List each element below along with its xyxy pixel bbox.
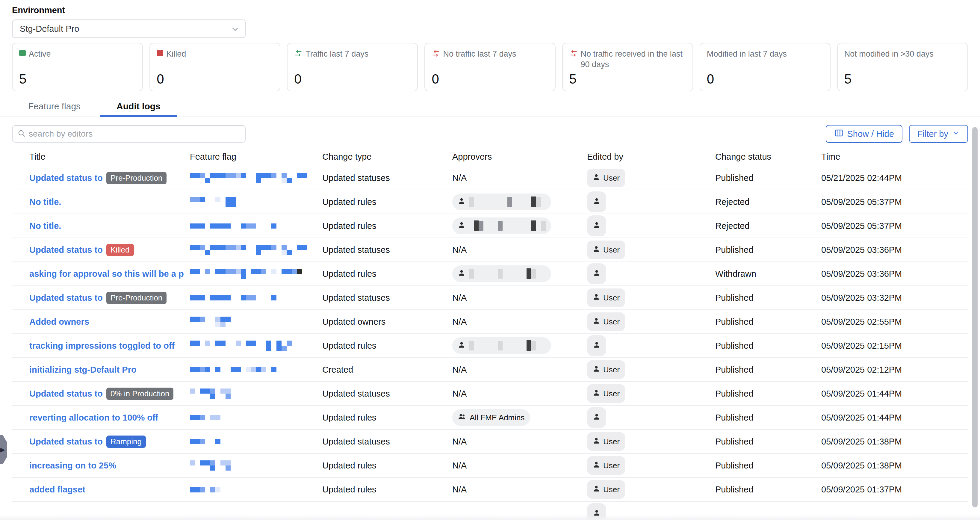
redaction-row <box>190 202 236 207</box>
audit-title-link[interactable]: No title. <box>29 221 61 231</box>
table-row: Updated status toPre-ProductionUpdated s… <box>12 166 968 190</box>
time-cell: 05/09/2025 01:38PM <box>821 461 956 471</box>
redaction-pixel <box>236 274 241 279</box>
redaction-pixel <box>266 178 271 183</box>
redaction-pixel <box>195 322 200 327</box>
search-input[interactable] <box>29 129 240 139</box>
redaction-block <box>484 221 488 231</box>
search-box[interactable] <box>12 125 246 143</box>
column-header: Change status <box>715 152 821 162</box>
redaction-pixel <box>200 316 205 322</box>
redaction-pixel <box>215 316 220 322</box>
redaction-block <box>522 221 527 231</box>
environment-select[interactable]: Stg-Default Pro <box>12 19 246 38</box>
square-icon <box>157 50 163 56</box>
audit-title-link[interactable]: initializing stg-Default Pro <box>29 365 137 375</box>
tab-feature-flags[interactable]: Feature flags <box>12 97 97 117</box>
status-badge: 0% in Production <box>106 388 174 400</box>
stat-cards: Active5Killed0Traffic last 7 days0No tra… <box>12 43 968 91</box>
table-body: Updated status toPre-ProductionUpdated s… <box>12 166 968 520</box>
feature-flag-redacted <box>190 415 220 420</box>
redaction-pixel <box>190 250 195 255</box>
redaction-pixel <box>261 178 266 183</box>
redaction-pixel <box>215 466 220 471</box>
redaction-row <box>190 388 231 394</box>
redaction-pixel <box>226 178 231 183</box>
redaction-pixel <box>241 274 246 279</box>
redaction-pixel <box>231 245 236 250</box>
audit-title-link[interactable]: Updated status to <box>29 437 103 447</box>
vertical-scrollbar[interactable] <box>972 127 978 507</box>
tab-audit-logs[interactable]: Audit logs <box>100 97 177 117</box>
audit-title-link[interactable]: Updated status to <box>29 389 103 399</box>
audit-title-link[interactable]: Updated status to <box>29 173 103 183</box>
edited-by-cell <box>587 191 715 212</box>
redaction-pixel <box>190 202 195 207</box>
audit-title-link[interactable]: increasing on to 25% <box>29 461 116 471</box>
redaction-block <box>484 197 488 207</box>
redaction-pixel <box>210 439 215 444</box>
table-row: Updated status toRampingUpdated statuses… <box>12 430 968 454</box>
redaction-pixel <box>256 340 261 346</box>
redaction-pixel <box>261 367 266 372</box>
redaction-pixel <box>241 223 246 229</box>
redaction-pixel <box>256 295 261 301</box>
redaction-pixel <box>251 250 256 255</box>
redaction-pixel <box>286 346 292 351</box>
redaction-pixel <box>190 367 195 372</box>
redaction-pixel <box>226 202 231 207</box>
user-icon <box>458 221 465 231</box>
redaction-pixel <box>220 197 226 202</box>
redaction-pixel <box>226 460 231 466</box>
stat-card-header: Killed <box>157 49 273 59</box>
audit-title-link[interactable]: Updated status to <box>29 293 103 303</box>
redaction-pixel <box>205 295 210 301</box>
column-header: Edited by <box>587 152 715 162</box>
show-hide-button[interactable]: Show / Hide <box>826 125 902 143</box>
editor-pill: User <box>587 312 625 331</box>
redaction-pixel <box>277 173 282 178</box>
audit-title-link[interactable]: tracking impressions toggled to off <box>29 341 175 351</box>
redaction-pixel <box>297 173 302 178</box>
change-type-cell: Updated statuses <box>322 245 452 255</box>
change-type-cell: Updated statuses <box>322 437 452 447</box>
redaction-row <box>190 322 231 327</box>
redaction-block <box>531 221 536 231</box>
audit-title-link[interactable]: Updated status to <box>29 245 103 255</box>
audit-title-link[interactable]: Added owners <box>29 317 89 327</box>
redaction-pixel <box>220 173 226 178</box>
redaction-pixel <box>200 394 205 399</box>
redaction-block <box>512 197 517 207</box>
title-cell: Updated status toPre-Production <box>29 292 190 304</box>
user-icon <box>458 269 465 279</box>
redaction-pixel <box>246 250 251 255</box>
redaction-pixel <box>241 269 246 274</box>
redaction-block <box>488 197 493 207</box>
redaction-pixel <box>251 340 256 346</box>
redaction-pixel <box>190 269 195 274</box>
redaction-pixel <box>246 367 251 372</box>
filter-by-button[interactable]: Filter by <box>909 125 968 143</box>
approver-pill <box>452 218 551 234</box>
redaction-pixel <box>256 367 261 372</box>
stat-label: Modified in last 7 days <box>707 49 787 59</box>
editor-pill <box>587 335 606 356</box>
redaction-row <box>190 295 277 301</box>
audit-title-link[interactable]: reverting allocation to 100% off <box>29 413 158 423</box>
redaction-pixel <box>215 295 220 301</box>
user-icon <box>593 269 601 279</box>
user-icon <box>592 437 600 447</box>
redaction-row <box>190 269 302 274</box>
redaction-pixel <box>241 346 246 351</box>
title-cell: initializing stg-Default Pro <box>29 365 190 375</box>
audit-title-link[interactable]: No title. <box>29 197 61 207</box>
redaction-pixel <box>205 466 210 471</box>
stat-card: Killed0 <box>150 43 280 91</box>
audit-title-link[interactable]: added flagset <box>29 485 85 495</box>
redaction-pixel <box>205 346 210 351</box>
redaction-pixel <box>261 340 266 346</box>
audit-title-link[interactable]: asking for approval so this will be a pe <box>29 269 184 279</box>
time-cell: 05/09/2025 05:37PM <box>821 221 956 231</box>
redaction-pixel <box>210 223 215 229</box>
feature-flag-cell <box>190 358 322 381</box>
